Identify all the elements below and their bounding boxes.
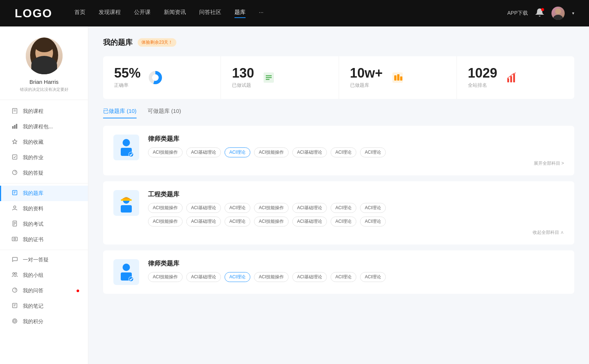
qbank-card-1: 律师类题库 ACI技能操作 ACI基础理论 ACI理论 ACI技能操作 ACI基…: [103, 126, 574, 175]
sidebar-item-mycourse[interactable]: 我的课程: [0, 104, 88, 119]
qbank-2-tag-r2-6[interactable]: ACI理论: [360, 217, 386, 226]
svg-point-26: [13, 273, 15, 275]
qbank-1-tag-6[interactable]: ACI理论: [360, 147, 386, 157]
sidebar-avatar-image: [26, 38, 63, 74]
qbank-2-collapse[interactable]: 收起全部科目 ∧: [148, 229, 564, 236]
qbank-2-tag-r1-4[interactable]: ACI基础理论: [292, 203, 327, 213]
qbank-2-tag-r1-6[interactable]: ACI理论: [360, 203, 386, 213]
qbank-1-tag-4[interactable]: ACI基础理论: [292, 147, 327, 157]
navbar-right: APP下载 ▾: [507, 7, 574, 20]
avatar[interactable]: [551, 7, 565, 20]
sidebar-item-exam[interactable]: 我的考试: [0, 217, 88, 232]
page-title-row: 我的题库 体验剩余23天！: [103, 38, 574, 47]
svg-rect-10: [14, 125, 15, 129]
qbank-3-content: 律师类题库 ACI技能操作 ACI基础理论 ACI理论 ACI技能操作 ACI基…: [148, 259, 564, 282]
nav-discover[interactable]: 发现课程: [99, 9, 121, 18]
sidebar-item-points-label: 我的积分: [23, 318, 43, 325]
sidebar-item-favorites[interactable]: 我的收藏: [0, 135, 88, 150]
sidebar-slogan: 错误的决定比没有决定要好: [20, 87, 68, 92]
svg-rect-51: [121, 199, 132, 201]
qbank-2-tag-r2-3[interactable]: ACI技能操作: [254, 217, 289, 226]
qbank-3-tag-1[interactable]: ACI基础理论: [186, 272, 221, 282]
sidebar-item-1on1[interactable]: 一对一答疑: [0, 252, 88, 268]
svg-rect-9: [12, 126, 14, 129]
qbank-2-tag-r2-1[interactable]: ACI基础理论: [186, 217, 221, 226]
tab-available-banks[interactable]: 可做题库 (10): [148, 108, 181, 118]
svg-rect-44: [510, 76, 512, 82]
qbank-1-expand[interactable]: 展开全部科目 >: [148, 160, 564, 167]
qbank-3-tag-6[interactable]: ACI理论: [360, 272, 386, 282]
qbank-3-tag-2[interactable]: ACI理论: [225, 272, 250, 282]
sidebar-item-points[interactable]: 我的积分: [0, 314, 88, 329]
qbank-1-tag-5[interactable]: ACI理论: [331, 147, 356, 157]
svg-point-25: [14, 238, 16, 240]
nav-news[interactable]: 新闻资讯: [164, 9, 186, 18]
qbank-2-tag-r2-0[interactable]: ACI技能操作: [148, 217, 183, 226]
qbank-1-tag-0[interactable]: ACI技能操作: [148, 147, 183, 157]
nav-questionbank[interactable]: 题库: [234, 9, 246, 18]
qbank-1-tag-1[interactable]: ACI基础理论: [186, 147, 221, 157]
qbank-1-title: 律师类题库: [148, 135, 564, 143]
stat-done-questions-label: 已做试题: [232, 82, 254, 89]
sidebar-item-group[interactable]: 我的小组: [0, 268, 88, 283]
sidebar-item-coursepack-label: 我的课程包...: [23, 124, 53, 130]
nav-home[interactable]: 首页: [74, 9, 85, 18]
qbank-3-tags: ACI技能操作 ACI基础理论 ACI理论 ACI技能操作 ACI基础理论 AC…: [148, 272, 564, 282]
qbank-2-title: 工程类题库: [148, 190, 564, 199]
qbank-2-tag-r2-2[interactable]: ACI理论: [225, 217, 250, 226]
certificate-icon: [11, 236, 18, 243]
svg-rect-42: [400, 76, 402, 81]
app-download-btn[interactable]: APP下载: [507, 10, 528, 17]
qbank-2-tag-r1-1[interactable]: ACI基础理论: [186, 203, 221, 213]
qbank-2-tag-r1-2[interactable]: ACI理论: [225, 203, 250, 213]
svg-point-4: [35, 39, 54, 52]
sidebar-item-favorites-label: 我的收藏: [23, 139, 43, 146]
profile-icon: [11, 205, 18, 213]
tab-done-banks[interactable]: 已做题库 (10): [103, 108, 137, 118]
svg-point-5: [33, 65, 55, 74]
notification-bell[interactable]: [535, 8, 544, 18]
pie-chart-icon: [149, 71, 162, 84]
qbank-2-tag-r1-0[interactable]: ACI技能操作: [148, 203, 183, 213]
sidebar-item-homework[interactable]: 我的作业: [0, 150, 88, 165]
sidebar-username: Brian Harris: [29, 79, 59, 85]
nav-more[interactable]: ···: [259, 9, 264, 18]
qbank-3-tag-5[interactable]: ACI理论: [331, 272, 356, 282]
sidebar-divider-1: [0, 183, 88, 183]
stat-accuracy-value: 55%: [114, 67, 141, 80]
nav-opencourse[interactable]: 公开课: [134, 9, 151, 18]
qbank-2-tag-r1-3[interactable]: ACI技能操作: [254, 203, 289, 213]
qbank-1-tag-2[interactable]: ACI理论: [225, 147, 250, 157]
qbank-3-tag-3[interactable]: ACI技能操作: [254, 272, 289, 282]
svg-rect-40: [394, 75, 396, 81]
sidebar-avatar: [26, 38, 63, 74]
avatar-image: [551, 7, 565, 20]
sidebar-item-myqa[interactable]: ? 我的问答: [0, 283, 88, 299]
stat-accuracy: 55% 正确率: [103, 56, 221, 99]
qbank-2-tag-r1-5[interactable]: ACI理论: [331, 203, 356, 213]
sidebar-item-coursepack[interactable]: 我的课程包...: [0, 119, 88, 135]
sidebar-item-certificate[interactable]: 我的证书: [0, 232, 88, 247]
qbank-2-tag-r2-4[interactable]: ACI基础理论: [292, 217, 327, 226]
1on1-icon: [11, 256, 18, 264]
logo: LOGO: [15, 7, 52, 20]
svg-point-49: [129, 152, 133, 157]
sidebar-item-questionbank[interactable]: 我的题库: [0, 186, 88, 201]
qbank-1-tag-3[interactable]: ACI技能操作: [254, 147, 289, 157]
qbank-2-tag-r2-5[interactable]: ACI理论: [331, 217, 356, 226]
group-icon: [11, 272, 18, 279]
coursepack-icon: [11, 123, 18, 131]
stat-done-banks: 10w+ 已做题库: [339, 56, 457, 99]
qbank-3-title: 律师类题库: [148, 259, 564, 268]
sidebar-item-notes[interactable]: 我的笔记: [0, 299, 88, 314]
sidebar-item-askquestion[interactable]: ? 我的答疑: [0, 165, 88, 181]
qbank-3-tag-0[interactable]: ACI技能操作: [148, 272, 183, 282]
stat-done-questions: 130 已做试题: [221, 56, 339, 99]
user-dropdown-arrow[interactable]: ▾: [572, 11, 574, 16]
askquestion-icon: ?: [11, 169, 18, 177]
sidebar-item-profile[interactable]: 我的资料: [0, 201, 88, 217]
nav-qa[interactable]: 问答社区: [199, 9, 221, 18]
qbank-3-tag-4[interactable]: ACI基础理论: [292, 272, 327, 282]
nav-menu: 首页 发现课程 公开课 新闻资讯 问答社区 题库 ···: [74, 9, 507, 18]
notification-dot: [541, 8, 544, 11]
